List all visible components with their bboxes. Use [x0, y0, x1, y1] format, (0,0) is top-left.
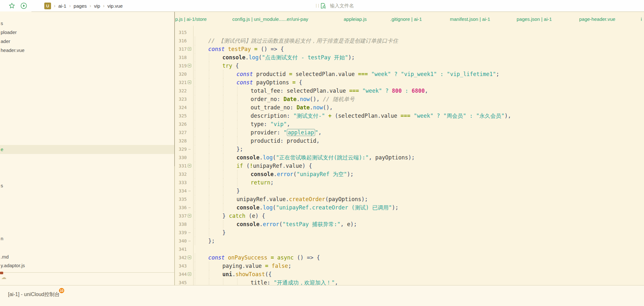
- code-token: [296, 79, 299, 86]
- indent-guide: [195, 170, 195, 178]
- indent-guide: [195, 178, 195, 187]
- code-token: title: [251, 279, 267, 285]
- code-token: [293, 104, 296, 111]
- code-token: total_fee: [251, 88, 280, 94]
- sidebar-item[interactable]: e: [1, 145, 3, 154]
- code-token: async: [277, 254, 294, 261]
- code-token: e: [252, 213, 255, 219]
- code-line: }: [236, 187, 240, 195]
- code-line: provider: "appleiap",: [251, 128, 322, 137]
- tab[interactable]: config.js | uni_module......er/uni-pay: [232, 12, 308, 26]
- code-token: (: [259, 54, 262, 61]
- tab[interactable]: p.js | ai-1/store: [175, 12, 207, 26]
- line-number: 334: [175, 187, 187, 195]
- code-token: "testPay 捕获异常:": [282, 221, 340, 227]
- code-token: ,: [369, 154, 372, 161]
- separator-tick: [316, 4, 316, 8]
- filename-search-input[interactable]: 输入文件名: [316, 0, 354, 12]
- code-token: :: [405, 88, 408, 94]
- star-icon[interactable]: [8, 2, 15, 9]
- sidebar-item[interactable]: .md: [1, 252, 9, 261]
- code-token: .: [242, 263, 245, 269]
- unicloud-console-tab[interactable]: [ai-1] - uniCloud控制台: [8, 291, 60, 298]
- run-play-icon[interactable]: [20, 2, 27, 9]
- uniapp-logo-icon[interactable]: U: [44, 3, 51, 9]
- indent-guide: [195, 220, 195, 228]
- indent-guide: [223, 103, 223, 112]
- fold-marker[interactable]: [188, 64, 191, 67]
- code-token: console: [222, 54, 245, 61]
- code-line: }: [222, 228, 226, 237]
- cloud-sync-icon[interactable]: ☁: [1, 274, 6, 280]
- code-editor[interactable]: 315316// 【测试代码】跳过云函数直接唤起支付，用于排查是否是创建订单接口…: [175, 26, 644, 285]
- indent-guide: [209, 103, 209, 112]
- tab[interactable]: .gitignore | ai-1: [390, 12, 422, 26]
- code-token: ({: [265, 271, 271, 277]
- code-token: (: [293, 171, 296, 177]
- breadcrumb-item-file[interactable]: vip.vue: [107, 3, 123, 9]
- code-token: selectedPlan: [292, 71, 335, 77]
- code-line: };: [208, 237, 215, 245]
- code-token: 800: [392, 88, 402, 94]
- tab[interactable]: manifest.json | ai-1: [450, 12, 490, 26]
- indent-guide: [209, 62, 209, 70]
- tab[interactable]: i: [641, 12, 642, 26]
- breadcrumb-item-vip[interactable]: vip: [94, 3, 100, 9]
- code-token: value: [381, 113, 397, 119]
- code-token: [245, 213, 249, 219]
- line-number: 324: [175, 103, 187, 112]
- fold-marker[interactable]: [188, 81, 191, 84]
- code-token: [389, 88, 392, 94]
- code-line: const payOptions = {: [236, 78, 302, 87]
- code-line: productid: productid,: [251, 137, 320, 145]
- code-token: ,: [318, 129, 322, 136]
- sidebar-item[interactable]: header.vue: [1, 46, 24, 55]
- breadcrumb-item-pages[interactable]: pages: [73, 3, 87, 9]
- code-token: [251, 46, 254, 52]
- code-token: :: [469, 113, 473, 119]
- code-token: (: [325, 196, 328, 202]
- breadcrumb-separator: ›: [103, 3, 105, 8]
- sidebar-item[interactable]: ploader: [1, 28, 17, 37]
- code-token: :: [277, 96, 280, 102]
- line-number: 332: [175, 170, 187, 178]
- code-token: (: [246, 163, 250, 169]
- sidebar-item[interactable]: s: [1, 19, 3, 28]
- code-token: onPaySuccess: [228, 254, 267, 261]
- code-token: "vip_week1": [401, 71, 437, 77]
- indent-guide: [209, 87, 209, 95]
- fold-marker[interactable]: [188, 214, 191, 217]
- breadcrumb-item-project[interactable]: ai-1: [58, 3, 66, 9]
- indent-guide: [195, 128, 195, 137]
- code-line: description: "测试支付-" + (selectedPlan.val…: [251, 112, 511, 120]
- code-token: "unipayRef 为空": [296, 171, 347, 177]
- code-token: ?: [437, 113, 440, 119]
- code-token: productid: [253, 71, 289, 77]
- tab[interactable]: pages.json | ai-1: [517, 12, 552, 26]
- sidebar-item[interactable]: ader: [1, 37, 10, 46]
- line-number: 344: [175, 270, 187, 278]
- sidebar-item[interactable]: n: [1, 234, 3, 243]
- fold-marker[interactable]: [188, 164, 191, 167]
- code-token: "周会员": [443, 113, 466, 119]
- fold-marker[interactable]: [188, 47, 191, 51]
- fold-marker[interactable]: [188, 272, 191, 276]
- code-token: productid: [251, 138, 280, 144]
- code-token: [325, 113, 328, 119]
- code-token: ) {: [302, 163, 312, 169]
- top-toolbar: U › ai-1 › pages › vip › vip.vue 输入文件名: [0, 0, 644, 12]
- code-token: +: [328, 113, 331, 119]
- tab[interactable]: appleiap.js: [344, 12, 367, 26]
- code-token: "开通成功，欢迎加入！": [274, 279, 335, 285]
- fold-marker[interactable]: [188, 256, 191, 259]
- code-token: .: [326, 88, 329, 94]
- code-token: =: [265, 263, 268, 269]
- tab[interactable]: page-header.vue: [579, 12, 615, 26]
- status-bar: [ai-1] - uniCloud控制台 10: [0, 285, 644, 306]
- sidebar-item[interactable]: y.adaptor.js: [1, 261, 25, 270]
- code-token: [466, 113, 469, 119]
- code-token: [280, 96, 283, 102]
- sidebar-item[interactable]: s: [1, 181, 3, 190]
- code-token: (: [249, 213, 252, 219]
- code-token: =: [254, 46, 257, 52]
